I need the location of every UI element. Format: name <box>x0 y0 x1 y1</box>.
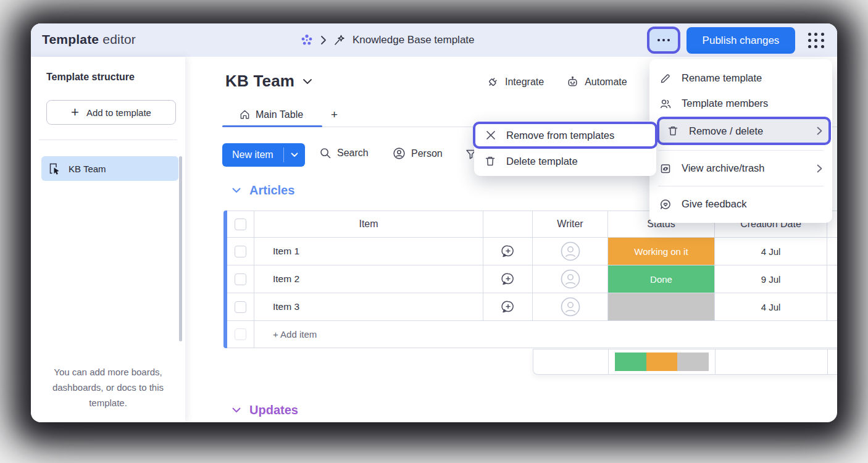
add-conversation-icon <box>501 244 515 259</box>
board-title[interactable]: KB Team <box>225 72 312 91</box>
select-all-checkbox[interactable] <box>235 219 246 230</box>
avatar-placeholder-icon <box>561 297 580 317</box>
add-item-label[interactable]: + Add item <box>254 321 837 348</box>
status-cell[interactable]: Working on it <box>608 238 715 265</box>
writer-cell[interactable] <box>533 265 608 293</box>
menu-item-remove-delete[interactable]: Remove / delete <box>657 117 831 145</box>
automate-label: Automate <box>585 77 627 88</box>
writer-cell[interactable] <box>533 238 608 265</box>
group-articles-header: Articles <box>232 183 294 198</box>
row-checkbox-disabled <box>235 328 246 340</box>
row-checkbox[interactable] <box>235 246 246 257</box>
writer-cell[interactable] <box>533 293 608 320</box>
summary-writer-cell <box>533 349 609 374</box>
chat-cell[interactable] <box>483 238 533 265</box>
add-to-template-label: Add to template <box>86 107 151 118</box>
archive-trash-icon <box>659 162 672 175</box>
integrate-label: Integrate <box>505 77 544 88</box>
table-row: Item 2 Done <box>227 265 837 293</box>
submenu-item-delete-template[interactable]: Delete template <box>474 149 656 173</box>
chevron-down-icon <box>291 152 298 157</box>
breadcrumb-template-name[interactable]: Knowledge Base template <box>353 34 475 46</box>
add-conversation-icon <box>501 299 515 314</box>
search-label: Search <box>337 148 369 159</box>
automate-button[interactable]: Automate <box>566 75 627 88</box>
item-name-cell[interactable]: Item 1 <box>254 238 483 265</box>
chat-cell[interactable] <box>483 265 533 293</box>
extra-cell <box>827 293 837 320</box>
submenu-item-label: Remove from templates <box>506 130 614 141</box>
new-item-button[interactable]: New item <box>222 143 305 167</box>
new-item-label[interactable]: New item <box>222 143 283 167</box>
top-bar: Template editor <box>31 23 837 57</box>
menu-item-give-feedback[interactable]: Give feedback <box>649 191 832 217</box>
date-cell[interactable]: 4 Jul <box>715 238 827 265</box>
add-tab-button[interactable]: + <box>331 108 338 122</box>
person-filter-button[interactable]: Person <box>393 147 443 160</box>
board-title-text: KB Team <box>225 72 294 91</box>
app-title-rest: editor <box>99 32 136 46</box>
template-editor-window: Template editor <box>31 23 837 422</box>
status-cell[interactable] <box>608 293 715 320</box>
status-cell[interactable]: Done <box>608 265 715 293</box>
articles-table: Item Writer Status Creation Date Item 1 <box>223 211 837 348</box>
remove-delete-submenu: Remove from templates Delete template <box>474 121 656 176</box>
board-options-menu: Rename template Template members <box>649 59 832 223</box>
extra-cell <box>827 238 837 265</box>
status-distribution-bar[interactable] <box>615 352 709 371</box>
template-pin-icon <box>333 34 346 46</box>
board-cursor-icon <box>48 162 61 175</box>
column-header-writer[interactable]: Writer <box>533 211 608 237</box>
table-row: Item 1 Working on <box>227 238 837 265</box>
item-name-cell[interactable]: Item 2 <box>254 265 483 293</box>
group-collapse-icon[interactable] <box>232 188 241 193</box>
new-item-dropdown[interactable] <box>284 143 305 167</box>
menu-divider <box>658 186 824 186</box>
plus-icon: + <box>71 106 79 119</box>
status-segment-empty <box>677 352 709 371</box>
chevron-down-icon <box>303 78 312 85</box>
menu-item-label: Remove / delete <box>689 125 763 137</box>
tab-main-table[interactable]: Main Table <box>239 109 303 120</box>
menu-item-view-archive-trash[interactable]: View archive/trash <box>649 156 832 181</box>
publish-changes-button[interactable]: Publish changes <box>686 27 795 54</box>
sidebar-item-kb-team[interactable]: KB Team <box>41 156 178 181</box>
trash-icon <box>484 155 496 167</box>
date-cell[interactable]: 9 Jul <box>715 265 827 293</box>
more-options-button[interactable] <box>647 27 680 54</box>
group-updates-title[interactable]: Updates <box>249 403 298 417</box>
menu-item-rename-template[interactable]: Rename template <box>649 65 832 91</box>
submenu-item-remove-from-templates[interactable]: Remove from templates <box>473 122 657 149</box>
summary-date-cell <box>716 349 828 374</box>
trash-icon <box>667 125 679 137</box>
add-item-row[interactable]: + Add item <box>227 321 837 348</box>
chat-cell[interactable] <box>483 293 533 320</box>
item-name-cell[interactable]: Item 3 <box>254 293 483 320</box>
apps-grid-icon[interactable] <box>806 31 826 49</box>
status-segment-working <box>646 352 678 371</box>
menu-divider <box>658 150 824 151</box>
date-cell[interactable]: 4 Jul <box>715 293 827 320</box>
row-checkbox[interactable] <box>235 273 246 285</box>
sidebar-footer-note: You can add more boards, dashboards, or … <box>43 364 173 411</box>
column-header-item[interactable]: Item <box>254 211 483 237</box>
row-checkbox[interactable] <box>235 301 246 313</box>
pencil-icon <box>659 72 672 85</box>
breadcrumb-chevron-icon <box>320 35 327 45</box>
add-conversation-icon <box>501 272 515 286</box>
home-icon <box>239 109 251 120</box>
app-title: Template editor <box>42 32 136 47</box>
board-actions: Integrate Automate <box>486 75 627 88</box>
menu-item-template-members[interactable]: Template members <box>649 91 832 116</box>
group-updates-header: Updates <box>232 403 298 417</box>
summary-status-cell <box>609 349 716 374</box>
group-articles-title[interactable]: Articles <box>249 183 294 198</box>
integrate-plug-icon <box>486 75 499 88</box>
submenu-item-label: Delete template <box>506 156 578 167</box>
search-button[interactable]: Search <box>319 147 369 159</box>
integrate-button[interactable]: Integrate <box>486 75 544 88</box>
sidebar-scrollbar[interactable] <box>179 156 182 341</box>
add-to-template-button[interactable]: + Add to template <box>46 100 176 125</box>
group-collapse-icon[interactable] <box>232 407 241 413</box>
avatar-placeholder-icon <box>561 269 580 289</box>
